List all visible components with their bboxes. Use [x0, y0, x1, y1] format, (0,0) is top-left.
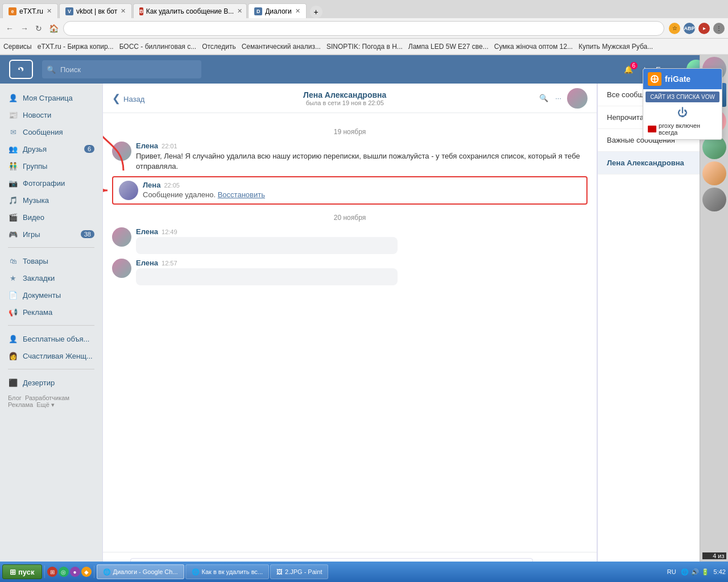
sidebar-item-documents[interactable]: 📄 Документы: [0, 286, 102, 304]
sidebar-label-news: Новости: [23, 111, 94, 119]
sidebar-item-friends[interactable]: 👥 Друзья 6: [0, 140, 102, 157]
tab-favicon-dialogs: D: [254, 7, 262, 15]
new-tab-button[interactable]: +: [310, 6, 322, 18]
notifications-bell[interactable]: 🔔 6: [624, 65, 633, 74]
sidebar-label-happy-woman: Счастливая Женщ...: [23, 352, 94, 360]
tab-how-delete[interactable]: B Как удалить сообщение В... ✕: [133, 3, 247, 18]
sidebar-item-photos[interactable]: 📷 Фотографии: [0, 174, 102, 192]
sidebar-label-bookmarks: Закладки: [23, 274, 94, 282]
tab-label-etxt: eTXT.ru: [19, 7, 43, 15]
back-to-dialogs[interactable]: ❮ Назад: [112, 92, 144, 105]
footer-blog[interactable]: Блог: [8, 394, 22, 401]
message-bubble-3: [136, 237, 398, 254]
chat-contact-name: Лена Александровна: [150, 90, 539, 99]
browser-chrome: e eTXT.ru ✕ V vkbot | вк бот ✕ B Как уда…: [0, 0, 728, 55]
taskbar-time: 5:42: [714, 568, 726, 575]
back-button[interactable]: ←: [3, 24, 16, 33]
forward-button[interactable]: →: [18, 24, 31, 33]
deleted-message-row: Лена 22:05 Сообщение удалено. Восстанови…: [112, 176, 588, 205]
sidebar-item-groups[interactable]: 👬 Группы: [0, 157, 102, 174]
start-button[interactable]: ⊞ пуск: [2, 564, 42, 579]
taskbar-paint-label: 2.JPG - Paint: [285, 568, 322, 575]
reload-button[interactable]: ↻: [33, 24, 44, 33]
sidebar-item-video[interactable]: 🎬 Видео: [0, 209, 102, 226]
message-content-4: Елена 12:57: [136, 259, 588, 285]
frigate-power-icon[interactable]: ⏻: [677, 107, 688, 118]
chat-actions: 🔍 ···: [539, 94, 561, 102]
home-button[interactable]: 🏠: [47, 24, 61, 33]
taskbar-right: RU 🌐 🔊 🔋 5:42: [667, 568, 726, 576]
account-icon[interactable]: ▸: [698, 23, 710, 34]
footer-dev[interactable]: Разработчикам: [25, 394, 69, 401]
tab-label-vkbot: vkbot | вк бот: [76, 7, 117, 15]
sidebar-item-goods[interactable]: 🛍 Товары: [0, 252, 102, 269]
messages-area[interactable]: 19 ноября Елена 22:01 Привет, Лена! Я сл…: [103, 113, 597, 552]
bookmark-etxt[interactable]: eTXT.ru - Биржа копир...: [38, 43, 114, 51]
taskbar-dialogs[interactable]: 🌐 Диалоги - Google Ch...: [97, 564, 184, 579]
address-bar-input[interactable]: https://vk.com/im?sel=358188531: [63, 21, 664, 36]
taskbar-icon-1[interactable]: ⊞: [47, 567, 57, 577]
sidebar-item-my-page[interactable]: 👤 Моя Страница: [0, 89, 102, 106]
sidebar-item-music[interactable]: 🎵 Музыка: [0, 192, 102, 209]
battery-icon: 🔋: [701, 568, 709, 576]
tab-close-etxt[interactable]: ✕: [47, 7, 52, 15]
tab-close-vkbot[interactable]: ✕: [121, 7, 126, 15]
sidebar-item-games[interactable]: 🎮 Игры 38: [0, 226, 102, 243]
volume-icon: 🔊: [691, 568, 699, 576]
bookmark-shirt[interactable]: Купить Мужская Руба...: [578, 43, 653, 51]
chat-contact-status: была в сети 19 ноя в 22:05: [150, 99, 539, 106]
photos-icon: 📷: [8, 178, 18, 188]
tab-close-dialogs[interactable]: ✕: [295, 7, 300, 15]
vk-sidebar: 👤 Моя Страница 📰 Новости ✉ Сообщения 👥 Д…: [0, 84, 102, 582]
sidebar-item-news[interactable]: 📰 Новости: [0, 106, 102, 123]
taskbar-paint[interactable]: 🖼 2.JPG - Paint: [270, 564, 328, 579]
start-label: пуск: [18, 568, 35, 576]
abp-icon[interactable]: ABP: [684, 23, 695, 34]
message-row: Елена 22:01 Привет, Лена! Я случайно уда…: [112, 142, 588, 172]
bookmark-sinoptik[interactable]: SINOPTIK: Погода в Н...: [326, 43, 403, 51]
search-messages-icon[interactable]: 🔍: [539, 94, 548, 102]
sender-avatar-elena: [112, 142, 131, 161]
bookmark-apps[interactable]: Сервисы: [3, 43, 32, 51]
taskbar-icon-2[interactable]: ◎: [59, 567, 69, 577]
more-options-icon[interactable]: ···: [555, 94, 561, 102]
sidebar-label-friends: Друзья: [23, 145, 80, 153]
groups-icon: 👬: [8, 161, 18, 171]
sidebar-item-messages[interactable]: ✉ Сообщения: [0, 123, 102, 140]
sidebar-item-ads[interactable]: 📢 Реклама: [0, 304, 102, 321]
sidebar-item-happy-woman[interactable]: 👩 Счастливая Женщ...: [0, 347, 102, 364]
bookmark-seo[interactable]: Семантический анализ...: [242, 43, 321, 51]
tab-vkbot[interactable]: V vkbot | вк бот ✕: [59, 3, 132, 18]
frigate-ad-banner[interactable]: САЙТ ИЗ СПИСКА VOW: [646, 92, 719, 102]
vk-search-input[interactable]: [42, 60, 201, 78]
footer-more[interactable]: Ещё ▾: [36, 401, 55, 408]
sidebar-item-dessert[interactable]: ⬛ Дезертир: [0, 374, 102, 391]
sidebar-item-free-ads[interactable]: 👤 Бесплатные объя...: [0, 330, 102, 347]
sender-avatar-elena-4: [112, 259, 131, 278]
bookmarks-bar: Сервисы eTXT.ru - Биржа копир... БОСС - …: [0, 39, 728, 55]
taskbar-how-delete[interactable]: 🌐 Как в вк удалить вс...: [185, 564, 269, 579]
taskbar-icon-4[interactable]: ◆: [81, 567, 92, 577]
message-row-3: Елена 12:49: [112, 227, 588, 254]
tab-close-how-delete[interactable]: ✕: [237, 7, 242, 15]
frigate-body: САЙТ ИЗ СПИСКА VOW ⏻ proxy включен всегд…: [643, 89, 722, 139]
tab-dialogs[interactable]: D Диалоги ✕: [248, 3, 306, 18]
footer-ads[interactable]: Реклама: [8, 401, 33, 408]
thumbnail-5[interactable]: [702, 161, 726, 185]
bookmark-boss[interactable]: БОСС - биллинговая с...: [119, 43, 197, 51]
bookmark-bag[interactable]: Сумка жіноча оптом 12...: [494, 43, 573, 51]
bookmark-track[interactable]: Отследить: [202, 43, 236, 51]
bookmark-lamp[interactable]: Лампа LED 5W E27 све...: [408, 43, 489, 51]
vk-body: 👤 Моя Страница 📰 Новости ✉ Сообщения 👥 Д…: [0, 84, 728, 582]
star-icon[interactable]: ☆: [669, 23, 680, 34]
menu-icon[interactable]: ⋮: [713, 23, 725, 34]
vk-logo[interactable]: [9, 60, 33, 79]
free-ads-icon: 👤: [8, 334, 18, 344]
sidebar-item-bookmarks[interactable]: ★ Закладки: [0, 269, 102, 286]
taskbar-separator-2: [94, 566, 94, 578]
taskbar-icon-3[interactable]: ●: [70, 567, 80, 577]
message-meta-3: Елена 12:49: [136, 227, 588, 236]
restore-message-link[interactable]: Восстановить: [218, 190, 265, 199]
tab-etxt[interactable]: e eTXT.ru ✕: [2, 3, 58, 18]
thumbnail-6[interactable]: [702, 188, 726, 211]
